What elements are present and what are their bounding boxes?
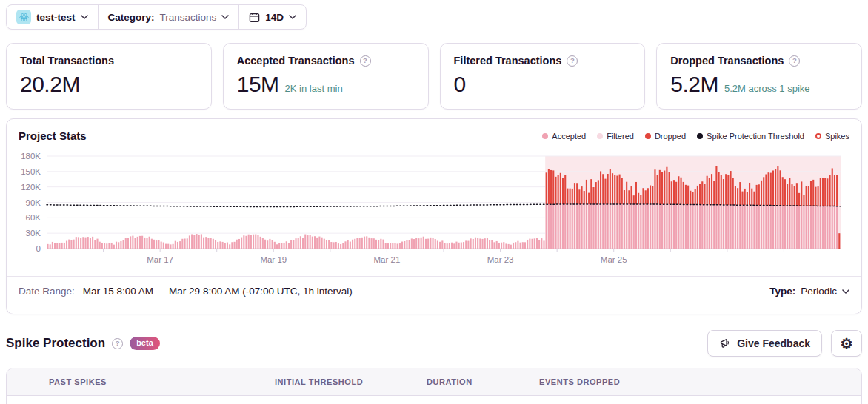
table-header-row: Past Spikes Initial Threshold Duration E… xyxy=(7,368,861,396)
type-selector[interactable]: Type: Periodic xyxy=(769,286,849,297)
col-initial-threshold: Initial Threshold xyxy=(275,377,427,386)
project-selector[interactable]: test-test xyxy=(7,5,98,29)
chevron-down-icon xyxy=(842,289,849,294)
svg-text:150K: 150K xyxy=(21,167,41,176)
legend-accepted[interactable]: Accepted xyxy=(542,132,586,141)
stat-cards: Total Transactions 20.2M Accepted Transa… xyxy=(6,43,862,110)
card-subtext: 2K in last min xyxy=(285,83,343,94)
spike-protection-header: Spike Protection ? beta Give Feedback ⚙ xyxy=(6,329,862,357)
spike-protection-title: Spike Protection xyxy=(6,336,105,351)
svg-text:60K: 60K xyxy=(26,213,41,222)
svg-text:180K: 180K xyxy=(21,152,41,161)
svg-text:Mar 17: Mar 17 xyxy=(147,255,173,264)
card-title: Dropped Transactions xyxy=(670,55,784,67)
legend-label: Spike Protection Threshold xyxy=(707,132,804,141)
give-feedback-button[interactable]: Give Feedback xyxy=(707,330,822,357)
gear-icon: ⚙ xyxy=(840,337,852,351)
category-selector[interactable]: Category: Transactions xyxy=(99,5,239,29)
card-dropped-transactions: Dropped Transactions ? 5.2M 5.2M across … xyxy=(656,43,862,110)
calendar-icon xyxy=(249,12,260,23)
chart-footer: Date Range: Mar 15 8:00 AM — Mar 29 8:00… xyxy=(7,276,861,306)
svg-text:Mar 23: Mar 23 xyxy=(487,255,514,264)
help-icon[interactable]: ? xyxy=(112,338,123,349)
beta-badge: beta xyxy=(130,337,160,350)
legend-dot-icon xyxy=(542,133,548,139)
svg-text:90K: 90K xyxy=(26,198,41,207)
svg-text:Mar 25: Mar 25 xyxy=(601,255,627,264)
date-range-value: 14D xyxy=(265,12,284,23)
legend-label: Spikes xyxy=(825,132,849,141)
help-icon[interactable]: ? xyxy=(567,55,578,67)
card-filtered-transactions: Filtered Transactions ? 0 xyxy=(440,43,646,110)
help-icon[interactable]: ? xyxy=(789,55,800,67)
svg-text:0: 0 xyxy=(36,244,41,253)
project-stats-chart: 030K60K90K120K150K180KMar 17Mar 19Mar 21… xyxy=(7,149,861,276)
card-subtext: 5.2M across 1 spike xyxy=(724,83,810,94)
card-value: 15M xyxy=(237,72,279,97)
svg-text:120K: 120K xyxy=(21,183,41,192)
legend-spikes[interactable]: Spikes xyxy=(815,132,849,141)
svg-text:Mar 19: Mar 19 xyxy=(260,255,287,264)
date-range-selector[interactable]: 14D xyxy=(239,5,306,29)
legend-label: Dropped xyxy=(655,132,686,141)
col-past-spikes: Past Spikes xyxy=(49,377,275,386)
settings-button[interactable]: ⚙ xyxy=(831,330,862,357)
card-title: Accepted Transactions xyxy=(237,55,355,67)
svg-text:30K: 30K xyxy=(26,229,41,238)
svg-text:Mar 21: Mar 21 xyxy=(374,255,401,264)
col-events-dropped: Events Dropped xyxy=(539,377,844,386)
chevron-down-icon xyxy=(221,15,229,19)
legend-dot-icon xyxy=(697,133,703,139)
date-range-label: Date Range: xyxy=(19,286,75,297)
chart-legend: AcceptedFilteredDroppedSpike Protection … xyxy=(542,132,849,141)
chart-title: Project Stats xyxy=(19,129,87,142)
table-row xyxy=(7,396,861,404)
chevron-down-icon xyxy=(81,15,88,19)
legend-dot-icon xyxy=(597,133,603,139)
give-feedback-label: Give Feedback xyxy=(737,337,810,349)
card-title: Filtered Transactions xyxy=(454,55,562,67)
category-label: Category: xyxy=(108,12,155,23)
type-value: Periodic xyxy=(801,286,837,297)
card-title: Total Transactions xyxy=(20,55,114,67)
project-stats-panel: Project Stats AcceptedFilteredDroppedSpi… xyxy=(6,118,862,314)
legend-dot-icon xyxy=(645,133,651,139)
card-accepted-transactions: Accepted Transactions ? 15M 2K in last m… xyxy=(223,43,429,110)
card-total-transactions: Total Transactions 20.2M xyxy=(6,43,212,110)
col-duration: Duration xyxy=(427,377,539,386)
card-value: 0 xyxy=(454,72,466,97)
legend-dropped[interactable]: Dropped xyxy=(645,132,686,141)
type-label: Type: xyxy=(769,286,795,297)
category-value: Transactions xyxy=(160,12,217,23)
spikes-ring-icon xyxy=(815,133,821,139)
megaphone-icon xyxy=(719,337,731,349)
project-name: test-test xyxy=(36,12,76,23)
filters-pill: test-test Category: Transactions 14D xyxy=(6,4,307,30)
project-avatar-icon xyxy=(16,10,31,24)
page-controls: test-test Category: Transactions 14D xyxy=(6,4,862,30)
legend-label: Accepted xyxy=(552,132,586,141)
card-value: 5.2M xyxy=(670,72,718,97)
chevron-down-icon xyxy=(289,15,296,19)
date-range-text: Mar 15 8:00 AM — Mar 29 8:00 AM (-07:00 … xyxy=(83,286,353,297)
card-value: 20.2M xyxy=(20,72,80,97)
help-icon[interactable]: ? xyxy=(360,55,371,67)
past-spikes-table: Past Spikes Initial Threshold Duration E… xyxy=(6,368,862,404)
legend-filtered[interactable]: Filtered xyxy=(597,132,634,141)
legend-spike-protection-threshold[interactable]: Spike Protection Threshold xyxy=(697,132,804,141)
legend-label: Filtered xyxy=(607,132,634,141)
